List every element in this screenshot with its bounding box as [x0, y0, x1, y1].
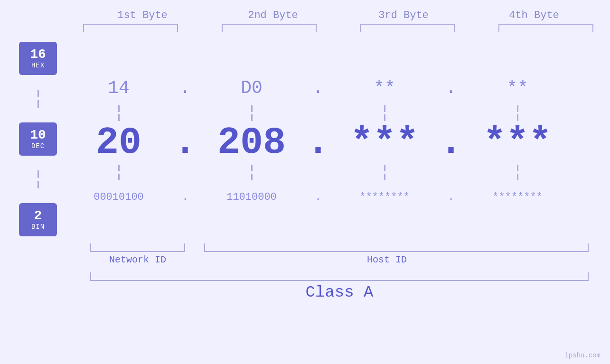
- hex-name: HEX: [31, 62, 45, 69]
- dec-num: 10: [30, 128, 46, 143]
- top-brackets: [77, 24, 600, 32]
- bin-dot-2: .: [309, 191, 328, 203]
- hex-num: 16: [30, 47, 46, 62]
- bin-val-4: ********: [460, 191, 574, 203]
- hex-row: 14 . D0 . ** . **: [62, 72, 610, 105]
- hex-val-4: **: [460, 78, 574, 98]
- values-grid: 14 . D0 . ** . **: [62, 65, 610, 214]
- eq-3: [328, 105, 441, 121]
- eq2-1: [62, 165, 176, 180]
- dec-val-2: 208: [195, 121, 309, 164]
- bin-name: BIN: [31, 223, 45, 231]
- bin-val-1: 00010100: [62, 191, 176, 203]
- hex-badge: 16 HEX: [19, 42, 57, 75]
- bin-badge: 2 BIN: [19, 203, 57, 236]
- eq2-4: [460, 165, 574, 180]
- bin-num: 2: [34, 209, 42, 224]
- bracket-4: [498, 24, 593, 32]
- eq-2: [195, 105, 309, 121]
- equals-row-1: [62, 105, 610, 121]
- dec-val-4: ***: [460, 121, 574, 164]
- id-labels: Network ID Host ID: [90, 254, 589, 265]
- eq-4: [460, 105, 574, 121]
- byte-header-2: 2nd Byte: [221, 9, 325, 21]
- bottom-bracket-row: [90, 243, 589, 252]
- bin-dot-1: .: [176, 191, 195, 203]
- class-label-row: Class A: [90, 283, 589, 301]
- dec-row: 20 . 208 . *** . ***: [62, 121, 610, 164]
- hex-dot-3: .: [441, 78, 460, 98]
- dec-dot-2: .: [309, 121, 328, 164]
- bracket-1: [83, 24, 178, 32]
- byte-header-1: 1st Byte: [90, 9, 195, 21]
- hex-val-1: 14: [62, 78, 176, 98]
- dec-dot-3: .: [441, 121, 460, 164]
- bin-dot-3: .: [441, 191, 460, 203]
- bin-val-2: 11010000: [195, 191, 309, 203]
- bracket-spacer-1: [185, 243, 204, 252]
- class-label: Class A: [90, 283, 589, 301]
- dec-badge: 10 DEC: [19, 122, 57, 156]
- byte-header-4: 4th Byte: [482, 9, 586, 21]
- class-bracket: [90, 272, 589, 281]
- hex-val-2: D0: [195, 78, 309, 98]
- bottom-area: Network ID Host ID Class A: [0, 243, 610, 301]
- equals-row-2: [62, 164, 610, 181]
- data-area: 16 HEX 10 DEC 2 BIN: [0, 37, 610, 241]
- bin-val-3: ********: [328, 191, 441, 203]
- host-bracket: [204, 243, 589, 252]
- dec-dot-1: .: [176, 121, 195, 164]
- bracket-3: [360, 24, 455, 32]
- network-bracket: [90, 243, 185, 252]
- byte-header-3: 3rd Byte: [351, 9, 456, 21]
- bin-row: 00010100 . 11010000 . ******** . *******…: [62, 181, 610, 214]
- bracket-2: [222, 24, 317, 32]
- base-labels: 16 HEX 10 DEC 2 BIN: [19, 37, 57, 241]
- hex-val-3: **: [328, 78, 441, 98]
- dec-val-1: 20: [62, 121, 176, 164]
- hex-dot-1: .: [176, 78, 195, 98]
- main-container: 1st Byte 2nd Byte 3rd Byte 4th Byte 16 H…: [0, 0, 610, 364]
- class-bracket-row: [90, 272, 589, 281]
- watermark: ipshu.com: [564, 352, 601, 359]
- dec-val-3: ***: [328, 121, 441, 164]
- hex-dot-2: .: [309, 78, 328, 98]
- dec-name: DEC: [31, 142, 45, 150]
- eq2-3: [328, 165, 441, 180]
- network-id-label: Network ID: [90, 254, 185, 265]
- byte-headers: 1st Byte 2nd Byte 3rd Byte 4th Byte: [77, 9, 600, 21]
- eq-1: [62, 105, 176, 121]
- host-id-label: Host ID: [185, 254, 589, 265]
- eq2-2: [195, 165, 309, 180]
